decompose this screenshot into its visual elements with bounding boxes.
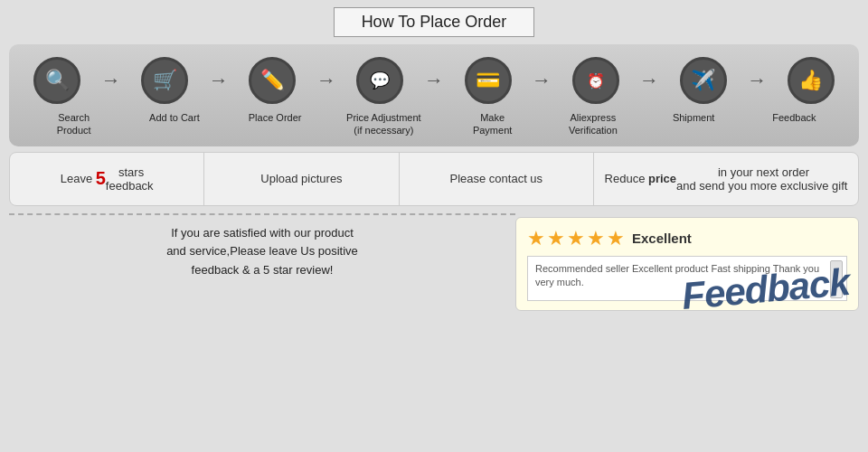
benefit-contact: Please contact us xyxy=(400,153,594,205)
label-payment: MakePayment xyxy=(460,111,525,137)
step-icon-aliexpress: ⏰ xyxy=(572,57,619,104)
step-icon-shipment: ✈️ xyxy=(680,57,727,104)
benefit-pictures: Upload pictures xyxy=(204,153,399,205)
steps-icons-row: 🔍 → 🛒 → ✏️ → 💬 → 💳 → ⏰ → ✈️ → 👍 xyxy=(24,57,844,104)
star-5: ★ xyxy=(607,227,625,250)
step-icon-search: 🔍 xyxy=(33,57,80,104)
benefits-section: Leave 5 starsfeedback Upload pictures Pl… xyxy=(9,152,859,206)
arrow-1: → xyxy=(101,69,121,92)
bottom-section: If you are satisfied with our product an… xyxy=(9,213,859,311)
step-icon-payment: 💳 xyxy=(465,57,512,104)
star-2: ★ xyxy=(547,227,565,250)
title-box: How To Place Order xyxy=(9,7,859,37)
star-4: ★ xyxy=(587,227,605,250)
arrow-6: → xyxy=(639,69,659,92)
step-icon-feedback: 👍 xyxy=(788,57,835,104)
label-feedback: Feedback xyxy=(761,111,826,124)
arrow-4: → xyxy=(424,69,444,92)
label-price: Price Adjustment(if necessary) xyxy=(343,111,424,137)
star-1: ★ xyxy=(527,227,545,250)
label-cart: Add to Cart xyxy=(142,111,207,124)
label-place: Place Order xyxy=(242,111,307,124)
steps-section: 🔍 → 🛒 → ✏️ → 💬 → 💳 → ⏰ → ✈️ → 👍 SearchPr… xyxy=(9,44,859,146)
step-icon-place: ✏️ xyxy=(249,57,296,104)
label-search: SearchProduct xyxy=(42,111,107,137)
steps-labels-row: SearchProduct Add to Cart Place Order Pr… xyxy=(24,111,844,137)
label-shipment: Shipment xyxy=(661,111,726,124)
arrow-2: → xyxy=(209,69,229,92)
benefit-reward: Reduce price in your next orderand send … xyxy=(594,153,858,205)
label-aliexpress: AliexpressVerification xyxy=(561,111,626,137)
step-icon-price: 💬 xyxy=(356,57,403,104)
review-stars: ★ ★ ★ ★ ★ xyxy=(527,227,625,250)
page-wrapper: How To Place Order 🔍 → 🛒 → ✏️ → 💬 → 💳 → … xyxy=(0,0,868,452)
page-title: How To Place Order xyxy=(334,7,535,37)
excellent-label: Excellent xyxy=(632,231,692,246)
review-header: ★ ★ ★ ★ ★ Excellent xyxy=(527,227,847,250)
step-icon-cart: 🛒 xyxy=(141,57,188,104)
bottom-text: If you are satisfied with our product an… xyxy=(9,213,515,311)
stars-number: 5 xyxy=(96,168,106,189)
benefit-stars: Leave 5 starsfeedback xyxy=(10,153,204,205)
arrow-7: → xyxy=(747,69,767,92)
arrow-3: → xyxy=(316,69,336,92)
arrow-5: → xyxy=(532,69,552,92)
star-3: ★ xyxy=(567,227,585,250)
